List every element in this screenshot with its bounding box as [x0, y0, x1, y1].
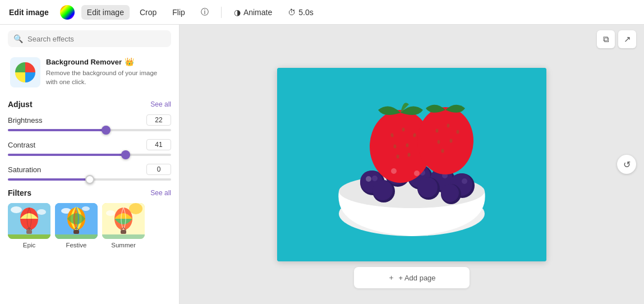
svg-rect-8 [8, 234, 50, 239]
edit-image-btn[interactable]: Edit image [81, 5, 130, 20]
saturation-row: Saturation [8, 164, 171, 181]
canvas-toolbar: ⧉ ↗ [597, 30, 636, 48]
animate-btn[interactable]: ◑ Animate [228, 5, 278, 20]
info-icon: ⓘ [201, 7, 209, 17]
filters-header: Filters See all [8, 188, 171, 197]
filter-epic-label: Epic [23, 242, 35, 248]
contrast-fill [8, 154, 126, 156]
svg-point-44 [372, 180, 393, 200]
brightness-value[interactable] [146, 114, 171, 126]
bg-remover-text: Background Remover 👑 Remove the backgrou… [46, 57, 169, 86]
svg-point-66 [414, 171, 420, 176]
left-panel-inner: 🔍 Background Remover [0, 25, 179, 304]
svg-point-2 [11, 206, 22, 213]
search-icon: 🔍 [13, 34, 23, 43]
add-page-bar[interactable]: ＋ + Add page [354, 267, 469, 288]
duration-btn[interactable]: ⏱ 5.0s [282, 5, 319, 20]
svg-point-11 [82, 206, 90, 211]
crop-btn[interactable]: Crop [134, 5, 162, 20]
canvas-area: ⧉ ↗ [180, 25, 644, 304]
brightness-slider[interactable] [8, 129, 171, 131]
svg-point-65 [391, 168, 397, 174]
top-bar: Edit image Edit image Crop Flip ⓘ ◑ Anim… [0, 0, 644, 25]
contrast-value[interactable] [146, 139, 171, 150]
filter-summer-label: Summer [111, 242, 135, 248]
svg-point-63 [441, 149, 444, 153]
contrast-row: Contrast [8, 139, 171, 156]
filter-summer-thumb [102, 203, 145, 239]
svg-point-60 [457, 130, 459, 133]
rotate-icon: ↺ [623, 159, 631, 170]
svg-point-48 [441, 184, 459, 202]
flip-btn[interactable]: Flip [167, 5, 191, 20]
saturation-value[interactable] [146, 164, 171, 175]
clock-icon: ⏱ [288, 8, 296, 17]
svg-point-62 [450, 139, 453, 142]
svg-point-3 [37, 209, 46, 215]
bg-remover-title: Background Remover 👑 [46, 57, 169, 66]
svg-point-55 [397, 154, 399, 158]
main-content: 🔍 Background Remover [0, 25, 644, 304]
filter-summer[interactable]: Summer [102, 203, 145, 248]
brightness-fill [8, 129, 106, 131]
bg-remover-card[interactable]: Background Remover 👑 Remove the backgrou… [8, 55, 171, 90]
filters-grid: Epic [8, 203, 171, 248]
info-btn[interactable]: ⓘ [195, 4, 214, 20]
main-image [277, 68, 546, 261]
svg-rect-13 [73, 230, 79, 234]
brightness-thumb[interactable] [102, 126, 111, 135]
filters-see-all[interactable]: See all [150, 189, 171, 197]
add-page-icon: ＋ [388, 273, 395, 283]
animate-icon: ◑ [234, 8, 241, 17]
adjust-section: Adjust See all Brightness [8, 100, 171, 181]
page-title: Edit image [9, 8, 49, 17]
svg-rect-5 [26, 230, 32, 234]
adjust-title: Adjust [8, 100, 33, 109]
bg-remover-thumb [10, 57, 40, 87]
bg-remover-desc: Remove the background of your image with… [46, 68, 169, 86]
saturation-fill [8, 178, 90, 181]
filters-section: Filters See all [8, 188, 171, 248]
rotate-btn[interactable]: ↺ [617, 155, 636, 174]
contrast-thumb[interactable] [121, 150, 130, 159]
svg-point-54 [406, 143, 409, 147]
svg-rect-24 [102, 234, 145, 239]
adjust-see-all[interactable]: See all [150, 100, 171, 108]
brightness-label: Brightness [8, 116, 42, 125]
svg-point-18 [129, 203, 142, 214]
filter-epic[interactable]: Epic [8, 203, 50, 248]
svg-point-58 [436, 128, 439, 132]
svg-rect-16 [55, 234, 98, 239]
saturation-slider[interactable] [8, 178, 171, 181]
contrast-slider[interactable] [8, 154, 171, 156]
search-input[interactable] [27, 35, 165, 43]
svg-point-61 [438, 140, 440, 144]
saturation-thumb[interactable] [85, 175, 94, 184]
divider [221, 7, 222, 18]
svg-point-46 [417, 177, 438, 197]
svg-point-51 [402, 127, 405, 131]
copy-icon: ⧉ [603, 34, 609, 44]
crown-icon: 👑 [125, 57, 134, 66]
saturation-label: Saturation [8, 165, 41, 174]
contrast-label: Contrast [8, 141, 35, 149]
filter-festive-label: Festive [66, 242, 86, 248]
filter-epic-thumb [8, 203, 50, 239]
adjust-header: Adjust See all [8, 100, 171, 109]
svg-point-19 [106, 210, 115, 216]
left-panel: 🔍 Background Remover [0, 25, 180, 304]
svg-point-59 [447, 123, 450, 127]
filters-title: Filters [8, 188, 31, 197]
filter-festive-thumb [55, 203, 98, 239]
svg-point-30 [372, 176, 378, 181]
export-btn[interactable]: ↗ [618, 30, 636, 48]
color-swatch[interactable] [60, 5, 75, 20]
filter-festive[interactable]: Festive [55, 203, 98, 248]
export-icon: ↗ [624, 34, 631, 44]
copy-btn[interactable]: ⧉ [597, 30, 615, 48]
svg-point-57 [417, 107, 473, 174]
search-bar[interactable]: 🔍 [8, 30, 171, 47]
svg-rect-21 [121, 230, 126, 234]
add-page-label: + Add page [398, 274, 435, 282]
brightness-row: Brightness [8, 114, 171, 131]
